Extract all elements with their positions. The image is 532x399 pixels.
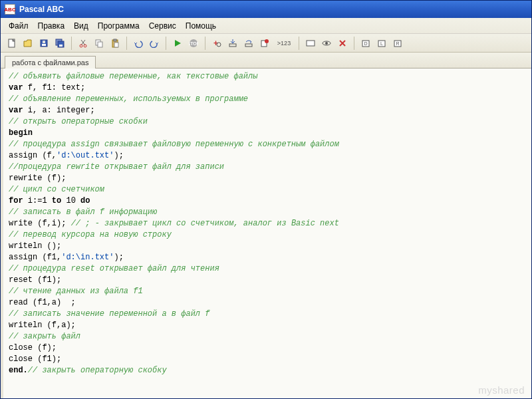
svg-rect-21 (229, 44, 236, 47)
app-icon: ABC (5, 4, 15, 15)
code-editor[interactable]: // объявить файловые переменные, как тек… (1, 68, 531, 398)
code-line[interactable]: // объявление переменных, используемых в… (9, 94, 526, 105)
code-line[interactable]: close (f); (9, 342, 526, 354)
code-line[interactable]: begin (9, 128, 526, 139)
open-file-button[interactable] (21, 36, 35, 51)
code-line[interactable]: // перевод курсора на новую строку (9, 229, 526, 241)
code-line[interactable]: read (f1,a) ; (9, 297, 526, 309)
svg-rect-6 (59, 45, 63, 47)
copy-button[interactable] (92, 36, 106, 51)
run-button[interactable] (170, 36, 185, 51)
menu-help[interactable]: Помощь (186, 21, 216, 31)
toolbar-separator (126, 37, 127, 50)
add-watch-button[interactable]: + (209, 36, 224, 51)
code-line[interactable]: // чтение данных из файла f1 (9, 286, 526, 297)
menu-service[interactable]: Сервис (149, 21, 176, 31)
code-line[interactable]: close (f1); (9, 354, 526, 365)
svg-rect-2 (42, 44, 46, 46)
new-file-button[interactable] (5, 36, 19, 51)
save-button[interactable] (37, 36, 51, 51)
code-line[interactable]: rewrite (f); (9, 173, 526, 184)
code-line[interactable]: writeln (); (9, 241, 526, 252)
code-line[interactable]: // записать в файл f информацию (9, 207, 526, 218)
svg-text:L: L (380, 41, 383, 46)
code-line[interactable]: //процедура rewrite открывает файл для з… (9, 162, 526, 173)
menu-file[interactable]: Файл (9, 21, 29, 31)
svg-text:R: R (396, 41, 399, 46)
toolbar: STOP + >123 D L (1, 34, 531, 53)
svg-rect-12 (98, 42, 102, 47)
code-line[interactable]: var f, f1: text; (9, 82, 526, 94)
svg-rect-14 (114, 39, 116, 41)
paste-button[interactable] (108, 36, 122, 51)
svg-point-27 (325, 42, 328, 45)
code-line[interactable]: // процедура reset открывает файл для чт… (9, 263, 526, 275)
toolbar-separator (166, 37, 166, 50)
watermark: myshared (478, 384, 525, 396)
debug2-button[interactable]: L (374, 36, 389, 51)
save-all-button[interactable] (53, 36, 67, 51)
code-line[interactable]: // закрыть файл (9, 331, 526, 342)
svg-rect-3 (43, 41, 45, 43)
step-over-button[interactable] (241, 36, 256, 51)
redo-button[interactable] (147, 36, 162, 51)
code-line[interactable]: reset (f1); (9, 275, 526, 286)
watch-window-button[interactable] (319, 36, 334, 51)
code-line[interactable]: assign (f1,'d:\in.txt'); (9, 252, 526, 263)
code-line[interactable]: // объявить файловые переменные, как тек… (9, 71, 526, 82)
undo-button[interactable] (131, 36, 146, 51)
cut-button[interactable] (76, 36, 90, 51)
app-window: ABC Pascal ABC Файл Правка Вид Программа… (0, 0, 532, 399)
svg-rect-15 (114, 43, 118, 47)
svg-text:D: D (364, 41, 367, 46)
toolbar-separator (354, 37, 354, 50)
code-line[interactable]: end.// закрыть операторную скобку (9, 365, 526, 376)
code-line[interactable]: // цикл со счетчиком (9, 184, 526, 196)
code-line[interactable]: // открыть операторные скобки (9, 116, 526, 128)
window-title: Pascal ABC (19, 5, 64, 14)
svg-rect-22 (245, 44, 252, 47)
svg-marker-16 (175, 40, 181, 47)
menubar: Файл Правка Вид Программа Сервис Помощь (1, 18, 531, 34)
close-output-button[interactable] (335, 36, 350, 51)
toolbar-separator (71, 37, 72, 50)
tabbar: работа с файлами.pas (1, 53, 531, 68)
menu-program[interactable]: Программа (98, 21, 140, 31)
toolbar-separator (299, 37, 299, 50)
trace-to-cursor-button[interactable]: >123 (273, 36, 295, 51)
breakpoint-button[interactable] (257, 36, 272, 51)
menu-edit[interactable]: Правка (38, 21, 65, 31)
svg-rect-25 (307, 41, 315, 46)
debug3-button[interactable]: R (390, 36, 405, 51)
code-line[interactable]: write (f,i); // ; - закрывает цикл со сч… (9, 218, 526, 229)
svg-text:STOP: STOP (189, 41, 198, 46)
code-line[interactable]: for i:=1 to 10 do (9, 196, 526, 207)
file-tab[interactable]: работа с файлами.pas (5, 56, 96, 68)
code-line[interactable]: writeln (f,a); (9, 320, 526, 331)
step-into-button[interactable] (225, 36, 240, 51)
stop-button[interactable]: STOP (186, 36, 201, 51)
code-line[interactable]: // записать значение переменной a в файл… (9, 309, 526, 320)
code-line[interactable]: // процедура assign связывает файловую п… (9, 139, 526, 150)
toolbar-separator (205, 37, 205, 50)
debug1-button[interactable]: D (358, 36, 373, 51)
code-line[interactable]: assign (f,'d:\out.txt'); (9, 150, 526, 162)
svg-point-24 (265, 39, 269, 43)
code-line[interactable]: var i, a: integer; (9, 105, 526, 116)
menu-view[interactable]: Вид (74, 21, 88, 31)
output-window-button[interactable] (303, 36, 318, 51)
titlebar[interactable]: ABC Pascal ABC (1, 1, 531, 18)
